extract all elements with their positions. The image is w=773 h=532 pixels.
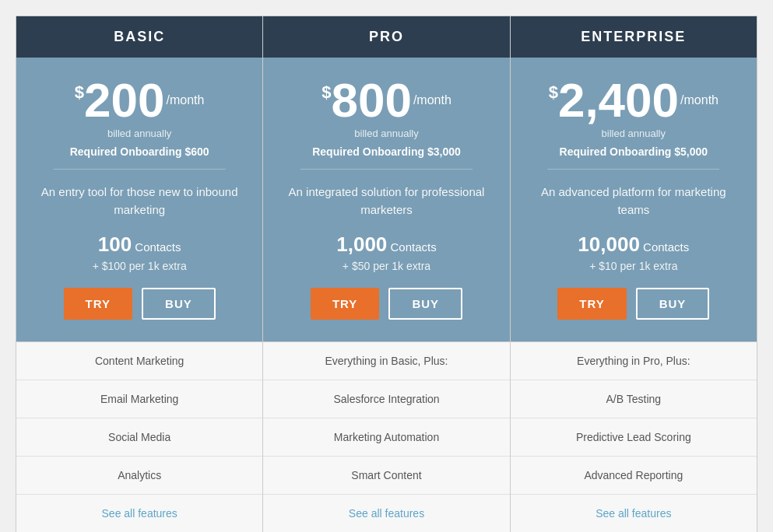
billed-enterprise: billed annually: [526, 128, 741, 139]
feature-item: Advanced Reporting: [511, 457, 757, 495]
try-button-basic[interactable]: TRY: [64, 288, 132, 320]
contacts-extra-basic: + $100 per 1k extra: [32, 260, 247, 272]
amount-basic: 200: [84, 76, 164, 124]
contacts-number-basic: 100: [98, 233, 132, 256]
plan-pricing-enterprise: $ 2,400 /month billed annually Required …: [511, 58, 757, 342]
description-basic: An entry tool for those new to inbound m…: [32, 184, 247, 219]
contacts-row-basic: 100 Contacts: [32, 233, 247, 257]
feature-item: Email Marketing: [16, 380, 262, 418]
feature-item: Everything in Pro, Plus:: [511, 342, 757, 380]
btn-row-basic: TRY BUY: [32, 288, 247, 320]
plan-header-basic: BASIC: [16, 16, 262, 58]
buy-button-basic[interactable]: BUY: [142, 288, 216, 320]
see-all-row-enterprise[interactable]: See all features: [511, 495, 757, 532]
features-pro: Everything in Basic, Plus:Salesforce Int…: [263, 342, 509, 532]
per-month-basic: /month: [167, 93, 205, 107]
per-month-pro: /month: [413, 93, 452, 107]
contacts-extra-enterprise: + $10 per 1k extra: [526, 260, 741, 272]
contacts-number-enterprise: 10,000: [578, 233, 640, 256]
billed-pro: billed annually: [279, 128, 494, 139]
divider-enterprise: [547, 169, 719, 170]
btn-row-enterprise: TRY BUY: [526, 288, 741, 320]
feature-item: Predictive Lead Scoring: [511, 418, 757, 457]
try-button-enterprise[interactable]: TRY: [557, 288, 626, 320]
plan-pro: PRO $ 800 /month billed annually Require…: [263, 16, 510, 532]
try-button-pro[interactable]: TRY: [311, 288, 379, 320]
btn-row-pro: TRY BUY: [279, 288, 494, 320]
plan-basic: BASIC $ 200 /month billed annually Requi…: [16, 16, 263, 532]
plan-pricing-pro: $ 800 /month billed annually Required On…: [263, 58, 509, 342]
description-pro: An integrated solution for professional …: [279, 184, 494, 219]
feature-item: Smart Content: [263, 457, 509, 495]
see-all-link-enterprise[interactable]: See all features: [596, 507, 671, 520]
feature-item: Analytics: [16, 457, 262, 495]
onboarding-enterprise: Required Onboarding $5,000: [526, 145, 741, 158]
see-all-row-pro[interactable]: See all features: [263, 495, 509, 532]
amount-enterprise: 2,400: [558, 76, 679, 124]
divider-pro: [300, 169, 473, 170]
per-month-enterprise: /month: [680, 93, 719, 107]
buy-button-enterprise[interactable]: BUY: [636, 288, 710, 320]
currency-pro: $: [321, 82, 331, 103]
onboarding-pro: Required Onboarding $3,000: [279, 145, 494, 158]
see-all-row-basic[interactable]: See all features: [16, 495, 262, 532]
feature-item: Marketing Automation: [263, 418, 509, 457]
contacts-label-basic: Contacts: [135, 240, 181, 254]
see-all-link-pro[interactable]: See all features: [349, 507, 424, 520]
feature-item: Salesforce Integration: [263, 380, 509, 418]
contacts-row-enterprise: 10,000 Contacts: [526, 233, 741, 257]
plan-header-enterprise: ENTERPRISE: [511, 16, 757, 58]
contacts-row-pro: 1,000 Contacts: [279, 233, 494, 257]
buy-button-pro[interactable]: BUY: [388, 288, 462, 320]
billed-basic: billed annually: [32, 128, 247, 139]
see-all-link-basic[interactable]: See all features: [102, 507, 177, 520]
pricing-table: BASIC $ 200 /month billed annually Requi…: [16, 16, 757, 532]
description-enterprise: An advanced platform for marketing teams: [526, 184, 741, 219]
feature-item: Content Marketing: [16, 342, 262, 380]
currency-basic: $: [75, 82, 84, 103]
feature-item: A/B Testing: [511, 380, 757, 418]
feature-item: Social Media: [16, 418, 262, 457]
contacts-label-enterprise: Contacts: [643, 240, 689, 254]
divider-basic: [54, 169, 226, 170]
amount-pro: 800: [331, 76, 411, 124]
plan-header-pro: PRO: [263, 16, 509, 58]
contacts-label-pro: Contacts: [391, 240, 437, 254]
contacts-extra-pro: + $50 per 1k extra: [279, 260, 494, 272]
currency-enterprise: $: [549, 82, 558, 103]
contacts-number-pro: 1,000: [336, 233, 387, 256]
features-enterprise: Everything in Pro, Plus:A/B TestingPredi…: [511, 342, 757, 532]
feature-item: Everything in Basic, Plus:: [263, 342, 509, 380]
features-basic: Content MarketingEmail MarketingSocial M…: [16, 342, 262, 532]
plan-pricing-basic: $ 200 /month billed annually Required On…: [16, 58, 262, 342]
plan-enterprise: ENTERPRISE $ 2,400 /month billed annuall…: [511, 16, 757, 532]
onboarding-basic: Required Onboarding $600: [32, 145, 247, 158]
